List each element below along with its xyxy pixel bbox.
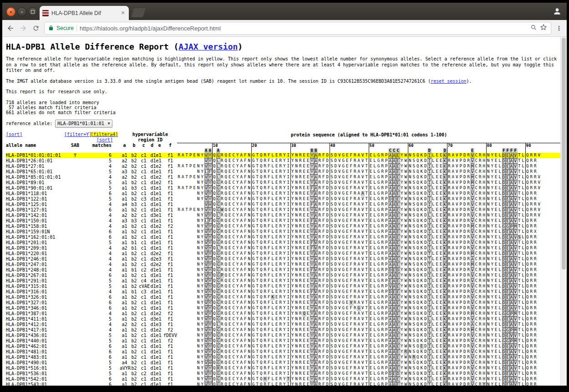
allele-row[interactable]: HLA-DPB1*150:014a3b3c1d1e1f1NYLFQGRQECYA… xyxy=(6,218,561,224)
allele-row[interactable]: HLA-DPB1*65:01:015a3b2c1d1e1f1NYLFQGRQEC… xyxy=(6,169,561,175)
allele-row[interactable]: HLA-DPB1*436:015a1b2c1d1e1fDEVVNYVYQGRQE… xyxy=(6,333,561,338)
allele-row[interactable]: HLA-DPB1*125:014a4b3c1d1e1f1VHQGRQECYAFN… xyxy=(6,202,561,207)
protein-sequence: NYLFQGRQECYAFNGTQRFLERYIYNREEFARFDSDVGEF… xyxy=(177,218,561,224)
allele-row[interactable]: HLA-DPB1*412:014a2b2c1d1e3f1NYVYQLRQECYA… xyxy=(6,322,561,327)
allele-row[interactable]: HLA-DPB1*536:015a1b2c2d1e1f1NYVYQGRQECYA… xyxy=(6,371,561,377)
region-b-cell: b2 xyxy=(129,196,139,202)
allele-row[interactable]: HLA-DPB1*417:014a1b2c1d1e2f2NYVYQGRQECYA… xyxy=(6,327,561,333)
allele-row[interactable]: HLA-DPB1*543:016a1b2c1d1e1f1NYVYQGRQECYA… xyxy=(6,382,561,386)
allele-row[interactable]: HLA-DPB1*246:014a1b2c1d2e3f1NYVYQGRQECYA… xyxy=(6,256,561,262)
region-f-cell: f1 xyxy=(163,202,177,207)
allele-row[interactable]: HLA-DPB1*315:015a1b2cVAEd1e1f1NYVYQGRQEC… xyxy=(6,284,561,289)
allele-row[interactable]: HLA-DPB1*542:016a1b2c1d1e1f1NYVYQGRQECYA… xyxy=(6,377,561,382)
allele-row[interactable]: HLA-DPB1*01:01:01:01Y6a1b2c1d1e1f1RATPEN… xyxy=(6,153,561,158)
forward-icon[interactable] xyxy=(19,24,28,33)
allele-row[interactable]: HLA-DPB1*220:014a1b2c1d2e2f1NYVYQGRQECYA… xyxy=(6,251,561,256)
allele-row[interactable]: HLA-DPB1*462:016a1b2c1d1e1f1NYVYQGRQECYA… xyxy=(6,344,561,349)
allele-row[interactable]: HLA-DPB1*411:015a1b2c1d3e1f1NYVYQGRQECYA… xyxy=(6,317,561,322)
allele-row[interactable]: HLA-DPB1*291:015a1b2c4d1e1f1NYVYQGRQECYA… xyxy=(6,278,561,284)
reload-icon[interactable] xyxy=(31,24,41,33)
matches-cell: 6 xyxy=(86,295,112,300)
region-c-cell: c1 xyxy=(139,366,148,371)
allele-row[interactable]: HLA-DPB1*27:014a2b2c1d1e2f1RATPENYVYQLRQ… xyxy=(6,164,561,169)
menu-dots-icon[interactable]: ⋮ xyxy=(555,25,563,32)
sab-cell xyxy=(64,158,86,164)
reference-allele-select[interactable]: HLA-DPB1*01:01:01 ▼ xyxy=(55,120,112,128)
allele-row[interactable]: HLA-DPB1*327:016a1b2c1d1e1f1NYVYQGRQECYA… xyxy=(6,300,561,306)
maximize-window-icon[interactable] xyxy=(28,7,37,16)
region-c-cell: c1 xyxy=(139,251,148,256)
allele-row[interactable]: HLA-DPB1*346:016a1b2c1d1e1f1NYVYQGRQECYA… xyxy=(6,306,561,311)
allele-row[interactable]: HLA-DPB1*247:014a1b2c1d2e2f1NYVYQGRQECYA… xyxy=(6,262,561,267)
region-de-cell: d1e1 xyxy=(148,306,163,311)
address-bar[interactable]: Secure https://hlatools.org/hladpb1/ajax… xyxy=(44,22,551,35)
region-c-cell: c1 xyxy=(139,273,148,278)
reset-session-link[interactable]: reset session xyxy=(431,79,466,84)
sort-allele-link[interactable]: [sort] xyxy=(6,132,22,137)
allele-row[interactable]: HLA-DPB1*267:016a1b2c1d1e1f1NYVYQGPQECYA… xyxy=(6,273,561,278)
region-de-cell: d1e1 xyxy=(148,289,163,295)
allele-row[interactable]: HLA-DPB1*26:01:015a2b2c1d1e1f1VYQLRQECYA… xyxy=(6,158,561,164)
profile-icon[interactable] xyxy=(552,6,562,16)
region-de-cell: d1e1 xyxy=(148,186,163,191)
matches-cell: 4 xyxy=(86,262,112,267)
protein-sequence: NYVYQLRQECYAFNGTQRFLERYIYNREEYARFDSDVGEF… xyxy=(177,213,561,218)
allele-row[interactable]: HLA-DPB1*142:014a2b2c1d3e1f1NYVYQLRQECYA… xyxy=(6,213,561,218)
region-b-cell: b2 xyxy=(129,262,139,267)
allele-row[interactable]: HLA-DPB1*201:015a1b1c1d1e1f1NYVYQGRQECYA… xyxy=(6,240,561,246)
back-icon[interactable] xyxy=(6,24,15,33)
intro-paragraph: The reference allele for hypervariable r… xyxy=(6,56,561,74)
filter-sab-link[interactable]: [filter=Y] xyxy=(64,132,91,137)
allele-row[interactable]: HLA-DPB1*127:016a1b2c1d1e1f1RATPENYVYQGW… xyxy=(6,207,561,213)
allele-row[interactable]: HLA-DPB1*85:01:01:014a2b2c1d1e2f1RATPENY… xyxy=(6,175,561,180)
protein-sequence: NYVYQGRQECYAFNGTQRFLERYIYNREEYARFDSDVGEV… xyxy=(177,300,561,306)
sort-matches-link[interactable]: [sort] xyxy=(97,137,113,142)
allele-row[interactable]: HLA-DPB1*122:015a1b2c3d1e1f1NYVYQGRQECYA… xyxy=(6,196,561,202)
scrollbar-thumb[interactable] xyxy=(562,38,566,270)
allele-row[interactable]: HLA-DPB1*89:015a1b2c1d1e2f1NYVYQGRQECYAF… xyxy=(6,180,561,186)
protein-sequence: NYVYQGRQECYAFNGTQRFLERYIYNREEYARFDSDVGEF… xyxy=(177,333,561,338)
tab-close-icon[interactable]: ✕ xyxy=(120,10,126,16)
matches-cell: 5 xyxy=(86,284,112,289)
region-c-cell: cVAE xyxy=(139,284,148,289)
allele-row[interactable]: HLA-DPB1*90:01:015a1b3c1d1e1f1RATPENYVYQ… xyxy=(6,186,561,191)
ajax-version-link[interactable]: AJAX version xyxy=(178,42,238,51)
allele-row[interactable]: HLA-DPB1*316:014a1b1c3d1e1f1NYVYQGRQECYA… xyxy=(6,289,561,295)
region-de-cell: d1e1 xyxy=(148,278,163,284)
allele-row[interactable]: HLA-DPB1*483:016a1b2c1d1e1f1NYVYQGRQECYA… xyxy=(6,355,561,360)
region-de-cell: d1e1 xyxy=(148,229,163,235)
sab-cell xyxy=(64,218,86,224)
allele-row[interactable]: HLA-DPB1*158:014a1b2c1d1e2f2NYVYQGRQECYA… xyxy=(6,224,561,229)
filter-matches-link[interactable]: [filter≥4] xyxy=(91,132,118,137)
sab-cell xyxy=(64,256,86,262)
new-tab-button[interactable] xyxy=(131,8,146,17)
region-a-cell: a4 xyxy=(120,360,129,366)
allele-name-cell: HLA-DPB1*490:01 xyxy=(6,360,64,366)
allele-row[interactable]: HLA-DPB1*490:015a4b2c1d1e1f1NYVHQGRQECYA… xyxy=(6,360,561,366)
allele-row[interactable]: HLA-DPB1*481:016a1b2c1d1e1f1NYVYQGRQECYA… xyxy=(6,349,561,355)
allele-row[interactable]: HLA-DPB1*387:014a1b2c1d1e2f2NYVYQGRQECYA… xyxy=(6,311,561,317)
allele-row[interactable]: HLA-DPB1*209:014a2b1c1d1e1f1NYVYQLRQECYA… xyxy=(6,246,561,251)
close-window-icon[interactable]: ✕ xyxy=(6,7,15,16)
zoom-icon[interactable] xyxy=(530,24,537,33)
browser-tab[interactable]: HLA-DPB1 Allele Dif ✕ xyxy=(40,6,129,20)
matches-cell: 5 xyxy=(86,240,112,246)
region-a-cell: a1 xyxy=(120,355,129,360)
region-f-cell: f1 xyxy=(163,213,177,218)
url-text[interactable]: https://hlatools.org/hladpb1/ajaxDiffere… xyxy=(80,25,528,32)
matches-cell: 4 xyxy=(86,202,112,207)
page-scrollbar[interactable] xyxy=(560,37,567,386)
bookmark-star-icon[interactable] xyxy=(540,24,547,33)
allele-row[interactable]: HLA-DPB1*516:015aVYRb2c1d1e1f1NYVYQRRQEC… xyxy=(6,366,561,371)
allele-row[interactable]: HLA-DPB1*326:016a1b2c1d1e1f1NYVYQGRQECYA… xyxy=(6,295,561,300)
lock-icon xyxy=(48,24,54,33)
allele-row[interactable]: HLA-DPB1*440:015a1b2c1d1e1f2NYVYQGRQECYA… xyxy=(6,338,561,344)
minimize-window-icon[interactable]: – xyxy=(17,7,26,16)
protein-sequence: VHQGRQECYAFNGTQRFLERYIYNREEFARFDSDVGEFRA… xyxy=(177,202,561,207)
sab-cell xyxy=(64,246,86,251)
allele-row[interactable]: HLA-DPB1*162:01:016a1b2c1d1e1f1NYVYQGRQE… xyxy=(6,235,561,240)
sab-cell xyxy=(64,164,86,169)
allele-row[interactable]: HLA-DPB1*118:016a1b2c1d1e1f1NYVYQGRQECYA… xyxy=(6,191,561,196)
allele-row[interactable]: HLA-DPB1*248:014a1b1c2d1e1f1NYVYQGRQECYA… xyxy=(6,267,561,273)
allele-row[interactable]: HLA-DPB1*159:01N6a1b2c1d1e1f1NYVYQGRQECY… xyxy=(6,229,561,235)
